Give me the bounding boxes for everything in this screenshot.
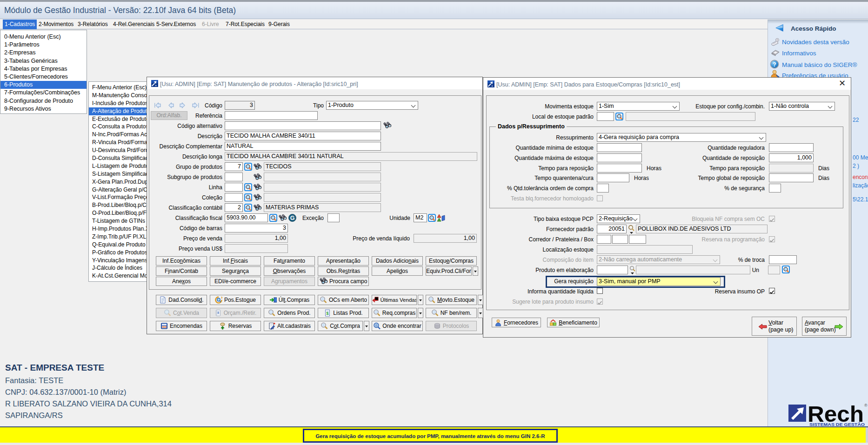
svg-text:?: ? [773,61,776,68]
svg-text:G: G [290,215,295,221]
svg-text:®: ® [864,403,868,408]
svg-text:$: $ [327,311,329,316]
